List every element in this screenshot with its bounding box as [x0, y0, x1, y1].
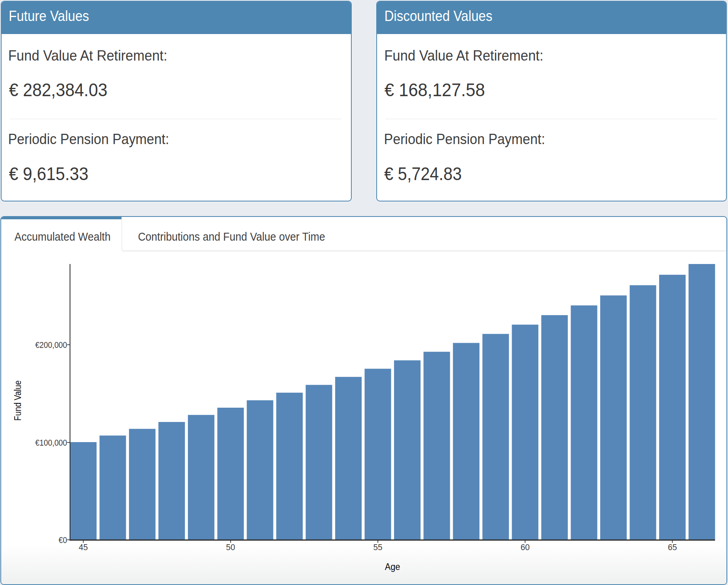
svg-text:Fund Value At Retirement:: Fund Value At Retirement: [384, 47, 543, 64]
svg-text:60: 60 [521, 542, 530, 552]
svg-text:45: 45 [79, 542, 88, 552]
svg-text:€ 282,384.03: € 282,384.03 [9, 80, 107, 100]
svg-text:€ 168,127.58: € 168,127.58 [385, 80, 485, 100]
svg-text:Age: Age [385, 562, 400, 572]
svg-text:65: 65 [668, 542, 677, 552]
svg-text:Accumulated Wealth: Accumulated Wealth [15, 230, 111, 243]
svg-text:Contributions and Fund Value o: Contributions and Fund Value over Time [138, 230, 325, 243]
svg-text:€ 9,615.33: € 9,615.33 [9, 164, 88, 184]
svg-text:Fund Value: Fund Value [13, 380, 23, 421]
svg-text:Periodic Pension Payment:: Periodic Pension Payment: [8, 131, 169, 147]
svg-text:€ 5,724.83: € 5,724.83 [384, 164, 462, 184]
svg-text:55: 55 [373, 542, 383, 552]
svg-text:Periodic Pension Payment:: Periodic Pension Payment: [384, 131, 545, 147]
svg-text:Fund Value At Retirement:: Fund Value At Retirement: [8, 47, 167, 64]
svg-text:€200,000: €200,000 [35, 340, 67, 350]
svg-text:Discounted Values: Discounted Values [385, 8, 493, 24]
svg-text:Future Values: Future Values [9, 8, 89, 24]
svg-text:€0: €0 [59, 535, 67, 545]
svg-text:€100,000: €100,000 [35, 438, 67, 448]
svg-text:50: 50 [226, 542, 235, 552]
